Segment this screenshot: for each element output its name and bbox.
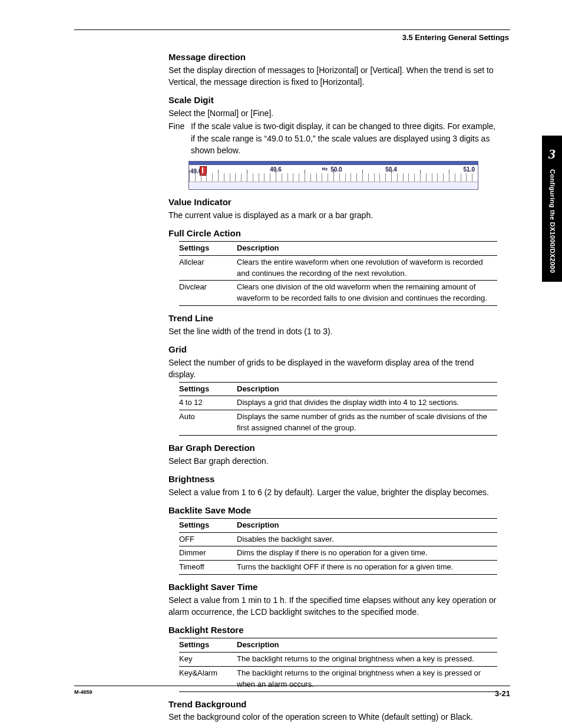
heading-scale-digit: Scale Digit (168, 94, 498, 107)
page-footer: M-4659 3-21 (74, 686, 510, 700)
text: Set the line width of the trend in dots … (168, 325, 498, 337)
page-body: 3.5 Entering General Settings Message di… (74, 29, 510, 724)
chapter-tab: 3 Configuring the DX1000/DX2000 (542, 136, 562, 282)
section-header: 3.5 Entering General Settings (74, 32, 510, 44)
heading-backlight-restore: Backlight Restore (168, 624, 498, 637)
scale-example-figure: 49.0 49.6 Hz 50.0 50.4 51.0 (189, 161, 478, 190)
fine-label: Fine (168, 120, 191, 156)
heading-message-direction: Message direction (168, 51, 498, 64)
text: Select the number of grids to be display… (168, 357, 498, 381)
chapter-title: Configuring the DX1000/DX2000 (547, 169, 557, 273)
heading-trend-line: Trend Line (168, 312, 498, 325)
heading-full-circle: Full Circle Action (168, 227, 498, 240)
table-grid: Settings Description 4 to 12Displays a g… (179, 382, 497, 436)
text: Select a value from 1 to 6 (2 by default… (168, 486, 498, 498)
heading-value-indicator: Value Indicator (168, 196, 498, 209)
table-full-circle: Settings Description AllclearClears the … (179, 241, 497, 306)
page-number: 3-21 (495, 689, 510, 700)
chapter-number: 3 (542, 144, 562, 164)
text: Set the display direction of messages to… (168, 64, 498, 88)
heading-backlight-time: Backlight Saver Time (168, 581, 498, 594)
text: Select a value from 1 min to 1 h. If the… (168, 594, 498, 618)
fine-definition: Fine If the scale value is two-digit dis… (168, 120, 498, 156)
heading-grid: Grid (168, 343, 498, 356)
heading-brightness: Brightness (168, 473, 498, 486)
table-backlite-save: Settings Description OFFDisables the bac… (179, 518, 497, 575)
fine-text: If the scale value is two-digit display,… (191, 120, 498, 156)
heading-bar-graph: Bar Graph Derection (168, 442, 498, 454)
table-backlight-restore: Settings Description KeyThe backlight re… (179, 638, 497, 691)
manual-number: M-4659 (74, 689, 92, 700)
heading-backlite-save: Backlite Save Mode (168, 504, 498, 517)
text: Select the [Normal] or [Fine]. (168, 107, 498, 119)
text: Select Bar graph derection. (168, 455, 498, 467)
text: Set the background color of the operatio… (168, 711, 498, 723)
text: The current value is displayed as a mark… (168, 209, 498, 221)
